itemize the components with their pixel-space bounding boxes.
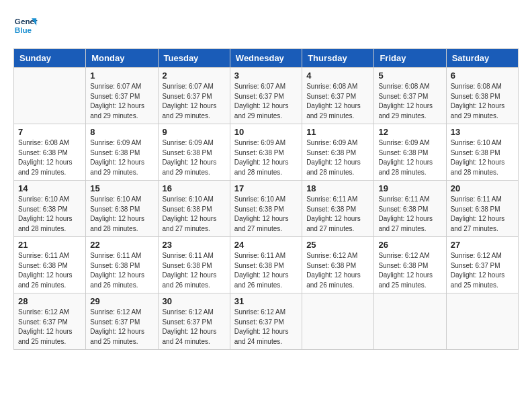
day-info: Sunrise: 6:12 AM Sunset: 6:37 PM Dayligh… [451,251,514,290]
day-info: Sunrise: 6:10 AM Sunset: 6:38 PM Dayligh… [90,195,153,234]
weekday-thursday: Thursday [302,49,374,68]
day-number: 1 [90,71,153,81]
weekday-friday: Friday [374,49,446,68]
day-number: 24 [234,240,298,250]
day-info: Sunrise: 6:11 AM Sunset: 6:38 PM Dayligh… [378,195,441,234]
calendar-cell: 2Sunrise: 6:07 AM Sunset: 6:37 PM Daylig… [158,68,230,124]
calendar-cell: 30Sunrise: 6:12 AM Sunset: 6:37 PM Dayli… [158,293,230,350]
calendar-cell: 1Sunrise: 6:07 AM Sunset: 6:37 PM Daylig… [86,68,158,124]
day-info: Sunrise: 6:09 AM Sunset: 6:38 PM Dayligh… [234,138,298,177]
day-info: Sunrise: 6:08 AM Sunset: 6:37 PM Dayligh… [306,82,369,121]
weekday-header-row: SundayMondayTuesdayWednesdayThursdayFrid… [14,49,519,68]
day-info: Sunrise: 6:11 AM Sunset: 6:38 PM Dayligh… [234,251,298,290]
day-info: Sunrise: 6:11 AM Sunset: 6:38 PM Dayligh… [163,251,226,290]
day-info: Sunrise: 6:12 AM Sunset: 6:38 PM Dayligh… [306,251,369,290]
calendar-cell: 13Sunrise: 6:10 AM Sunset: 6:38 PM Dayli… [446,124,518,181]
calendar-cell [446,293,518,350]
day-info: Sunrise: 6:12 AM Sunset: 6:38 PM Dayligh… [378,251,441,290]
calendar-cell [374,293,446,350]
calendar-cell: 29Sunrise: 6:12 AM Sunset: 6:37 PM Dayli… [86,293,158,350]
day-number: 8 [90,127,153,137]
weekday-wednesday: Wednesday [230,49,302,68]
calendar-cell [302,293,374,350]
day-number: 4 [306,71,369,81]
day-info: Sunrise: 6:07 AM Sunset: 6:37 PM Dayligh… [163,82,226,121]
logo-icon: General Blue [13,13,38,38]
calendar-week-3: 14Sunrise: 6:10 AM Sunset: 6:38 PM Dayli… [14,181,519,237]
page-header: General Blue [13,13,519,38]
day-number: 27 [451,240,514,250]
day-info: Sunrise: 6:11 AM Sunset: 6:38 PM Dayligh… [90,251,153,290]
weekday-saturday: Saturday [446,49,518,68]
day-info: Sunrise: 6:10 AM Sunset: 6:38 PM Dayligh… [234,195,298,234]
day-number: 20 [451,183,514,193]
weekday-tuesday: Tuesday [158,49,230,68]
day-info: Sunrise: 6:07 AM Sunset: 6:37 PM Dayligh… [90,82,153,121]
calendar-cell: 27Sunrise: 6:12 AM Sunset: 6:37 PM Dayli… [446,237,518,293]
calendar-cell [14,68,86,124]
calendar-cell: 16Sunrise: 6:10 AM Sunset: 6:38 PM Dayli… [158,181,230,237]
weekday-sunday: Sunday [14,49,86,68]
day-info: Sunrise: 6:08 AM Sunset: 6:38 PM Dayligh… [18,138,81,177]
day-number: 9 [163,127,226,137]
svg-text:Blue: Blue [15,26,32,34]
day-number: 26 [378,240,441,250]
calendar-cell: 10Sunrise: 6:09 AM Sunset: 6:38 PM Dayli… [230,124,302,181]
calendar-cell: 25Sunrise: 6:12 AM Sunset: 6:38 PM Dayli… [302,237,374,293]
day-number: 22 [90,240,153,250]
calendar-cell: 31Sunrise: 6:12 AM Sunset: 6:37 PM Dayli… [230,293,302,350]
day-number: 17 [234,183,298,193]
logo: General Blue [13,13,40,38]
day-number: 11 [306,127,369,137]
calendar-cell: 4Sunrise: 6:08 AM Sunset: 6:37 PM Daylig… [302,68,374,124]
calendar-cell: 22Sunrise: 6:11 AM Sunset: 6:38 PM Dayli… [86,237,158,293]
day-info: Sunrise: 6:10 AM Sunset: 6:38 PM Dayligh… [18,195,81,234]
day-number: 7 [18,127,81,137]
calendar-cell: 24Sunrise: 6:11 AM Sunset: 6:38 PM Dayli… [230,237,302,293]
day-info: Sunrise: 6:11 AM Sunset: 6:38 PM Dayligh… [451,195,514,234]
calendar-cell: 20Sunrise: 6:11 AM Sunset: 6:38 PM Dayli… [446,181,518,237]
day-number: 29 [90,296,153,306]
calendar-body: 1Sunrise: 6:07 AM Sunset: 6:37 PM Daylig… [14,68,519,350]
day-info: Sunrise: 6:09 AM Sunset: 6:38 PM Dayligh… [163,138,226,177]
weekday-monday: Monday [86,49,158,68]
calendar-week-4: 21Sunrise: 6:11 AM Sunset: 6:38 PM Dayli… [14,237,519,293]
calendar-cell: 17Sunrise: 6:10 AM Sunset: 6:38 PM Dayli… [230,181,302,237]
day-info: Sunrise: 6:08 AM Sunset: 6:37 PM Dayligh… [378,82,441,121]
day-info: Sunrise: 6:12 AM Sunset: 6:37 PM Dayligh… [163,308,226,347]
calendar-cell: 6Sunrise: 6:08 AM Sunset: 6:38 PM Daylig… [446,68,518,124]
day-info: Sunrise: 6:12 AM Sunset: 6:37 PM Dayligh… [18,308,81,347]
day-number: 16 [163,183,226,193]
calendar-cell: 7Sunrise: 6:08 AM Sunset: 6:38 PM Daylig… [14,124,86,181]
calendar-cell: 8Sunrise: 6:09 AM Sunset: 6:38 PM Daylig… [86,124,158,181]
calendar-cell: 12Sunrise: 6:09 AM Sunset: 6:38 PM Dayli… [374,124,446,181]
day-number: 18 [306,183,369,193]
calendar-table: SundayMondayTuesdayWednesdayThursdayFrid… [13,48,519,350]
day-number: 30 [163,296,226,306]
day-info: Sunrise: 6:08 AM Sunset: 6:38 PM Dayligh… [451,82,514,121]
calendar-cell: 3Sunrise: 6:07 AM Sunset: 6:37 PM Daylig… [230,68,302,124]
day-number: 3 [234,71,298,81]
day-info: Sunrise: 6:11 AM Sunset: 6:38 PM Dayligh… [306,195,369,234]
calendar-week-5: 28Sunrise: 6:12 AM Sunset: 6:37 PM Dayli… [14,293,519,350]
day-number: 15 [90,183,153,193]
day-number: 31 [234,296,298,306]
day-info: Sunrise: 6:10 AM Sunset: 6:38 PM Dayligh… [163,195,226,234]
calendar-cell: 28Sunrise: 6:12 AM Sunset: 6:37 PM Dayli… [14,293,86,350]
calendar-cell: 26Sunrise: 6:12 AM Sunset: 6:38 PM Dayli… [374,237,446,293]
day-number: 10 [234,127,298,137]
day-number: 13 [451,127,514,137]
day-number: 6 [451,71,514,81]
day-number: 23 [163,240,226,250]
day-info: Sunrise: 6:12 AM Sunset: 6:37 PM Dayligh… [234,308,298,347]
day-number: 5 [378,71,441,81]
calendar-cell: 9Sunrise: 6:09 AM Sunset: 6:38 PM Daylig… [158,124,230,181]
day-info: Sunrise: 6:09 AM Sunset: 6:38 PM Dayligh… [306,138,369,177]
calendar-week-1: 1Sunrise: 6:07 AM Sunset: 6:37 PM Daylig… [14,68,519,124]
day-number: 14 [18,183,81,193]
calendar-cell: 5Sunrise: 6:08 AM Sunset: 6:37 PM Daylig… [374,68,446,124]
day-number: 2 [163,71,226,81]
day-info: Sunrise: 6:09 AM Sunset: 6:38 PM Dayligh… [90,138,153,177]
day-number: 28 [18,296,81,306]
calendar-cell: 19Sunrise: 6:11 AM Sunset: 6:38 PM Dayli… [374,181,446,237]
